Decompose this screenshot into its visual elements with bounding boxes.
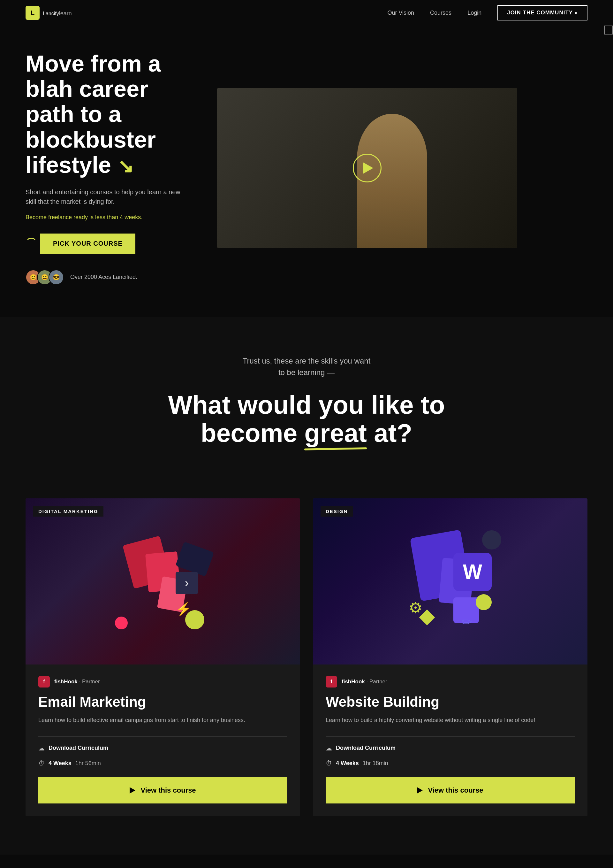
social-proof-text: Over 2000 Aces Lancified. bbox=[70, 274, 137, 281]
view-course-button-design[interactable]: View this course bbox=[326, 777, 575, 803]
hero-left: Move from a blah careerpath to a blockbu… bbox=[26, 51, 192, 285]
course-download-dm[interactable]: ☁ Download Curriculum bbox=[38, 744, 287, 752]
course-desc-design: Learn how to build a highly converting w… bbox=[326, 716, 575, 725]
hero-right bbox=[217, 88, 587, 248]
design-circle-shape bbox=[482, 530, 501, 549]
clock-icon-dm: ⏱ bbox=[38, 760, 45, 767]
dm-arrow-icon bbox=[176, 572, 198, 594]
design-pen-icon: ✏ bbox=[462, 615, 472, 629]
pick-course-button[interactable]: PICK YOUR COURSE bbox=[40, 234, 135, 254]
course-title-dm: Email Marketing bbox=[38, 694, 287, 710]
view-course-button-dm[interactable]: View this course bbox=[38, 777, 287, 803]
course-badge-dm: DIGITAL MARKETING bbox=[33, 506, 104, 516]
loading-spinner-icon bbox=[26, 238, 37, 249]
design-w-icon: W bbox=[454, 553, 492, 591]
course-card-image-dm: DIGITAL MARKETING ⚡ bbox=[26, 498, 300, 665]
courses-section: DIGITAL MARKETING ⚡ f bbox=[0, 479, 613, 855]
nav-square-decoration bbox=[604, 26, 613, 34]
play-icon-design bbox=[417, 787, 423, 794]
logo-text: Lancifylearn bbox=[43, 8, 72, 17]
dm-bolt-icon: ⚡ bbox=[176, 601, 192, 617]
skills-title: What would you like to become great at? bbox=[26, 391, 587, 447]
navbar: L Lancifylearn Our Vision Courses Login … bbox=[0, 0, 613, 26]
course-partner-dm: f fishHook · Partner bbox=[38, 676, 287, 688]
design-background: W ⚙ ✏ bbox=[313, 498, 587, 665]
logo[interactable]: L Lancifylearn bbox=[26, 6, 72, 20]
hero-btn-row: PICK YOUR COURSE bbox=[26, 234, 192, 254]
course-desc-dm: Learn how to build effective email campa… bbox=[38, 716, 287, 725]
download-icon-design: ☁ bbox=[326, 744, 332, 752]
course-title-design: Website Building bbox=[326, 694, 575, 710]
play-button[interactable] bbox=[353, 153, 382, 183]
hero-video[interactable] bbox=[217, 88, 517, 248]
hero-title: Move from a blah careerpath to a blockbu… bbox=[26, 51, 192, 178]
hero-section: Move from a blah careerpath to a blockbu… bbox=[0, 26, 613, 317]
hero-subtitle: Short and entertaining courses to help y… bbox=[26, 187, 192, 206]
join-community-button[interactable]: JOIN THE COMMUNITY » bbox=[497, 5, 587, 20]
download-icon-dm: ☁ bbox=[38, 744, 45, 752]
courses-grid: DIGITAL MARKETING ⚡ f bbox=[26, 498, 587, 816]
partner-name-dm: fishHook · Partner bbox=[54, 679, 100, 685]
dm-shape-6 bbox=[175, 541, 214, 576]
logo-icon: L bbox=[26, 6, 40, 20]
course-divider-design bbox=[326, 736, 575, 737]
course-duration-dm: ⏱ 4 Weeks 1hr 56min bbox=[38, 760, 287, 767]
course-card-body-dm: f fishHook · Partner Email Marketing Lea… bbox=[26, 665, 300, 816]
skills-title-accent: great bbox=[304, 419, 367, 447]
course-partner-design: f fishHook · Partner bbox=[326, 676, 575, 688]
partner-icon-dm: f bbox=[38, 676, 50, 688]
skills-subtitle: Trust us, these are the skills you wantt… bbox=[26, 355, 587, 378]
design-shape-4 bbox=[476, 594, 492, 610]
course-card-email-marketing: DIGITAL MARKETING ⚡ f bbox=[26, 498, 300, 816]
play-icon-dm bbox=[130, 787, 135, 794]
hero-social: 😊 😄 😎 Over 2000 Aces Lancified. bbox=[26, 270, 192, 285]
nav-links: Our Vision Courses Login JOIN THE COMMUN… bbox=[387, 5, 587, 20]
avatars: 😊 😄 😎 bbox=[26, 270, 64, 285]
design-gear-icon: ⚙ bbox=[409, 599, 423, 617]
partner-name-design: fishHook · Partner bbox=[342, 679, 387, 685]
dm-shapes: ⚡ bbox=[102, 521, 223, 642]
course-card-image-design: DESIGN W ⚙ ✏ bbox=[313, 498, 587, 665]
course-duration-design: ⏱ 4 Weeks 1hr 18min bbox=[326, 760, 575, 767]
dm-shape-5 bbox=[115, 617, 128, 629]
play-icon bbox=[363, 162, 373, 174]
dm-background: ⚡ bbox=[26, 498, 300, 665]
design-shapes: W ⚙ ✏ bbox=[390, 521, 511, 642]
freelance-link[interactable]: Become freelance ready is less than 4 we… bbox=[26, 214, 192, 221]
avatar: 😎 bbox=[48, 270, 64, 285]
nav-courses[interactable]: Courses bbox=[430, 9, 452, 16]
clock-icon-design: ⏱ bbox=[326, 760, 332, 767]
course-badge-design: DESIGN bbox=[320, 506, 353, 516]
course-card-website-building: DESIGN W ⚙ ✏ bbox=[313, 498, 587, 816]
course-card-body-design: f fishHook · Partner Website Building Le… bbox=[313, 665, 587, 816]
nav-login[interactable]: Login bbox=[467, 9, 481, 16]
nav-vision[interactable]: Our Vision bbox=[387, 9, 414, 16]
skills-section: Trust us, these are the skills you wantt… bbox=[0, 317, 613, 479]
partner-icon-design: f bbox=[326, 676, 337, 688]
course-download-design[interactable]: ☁ Download Curriculum bbox=[326, 744, 575, 752]
course-divider-dm bbox=[38, 736, 287, 737]
